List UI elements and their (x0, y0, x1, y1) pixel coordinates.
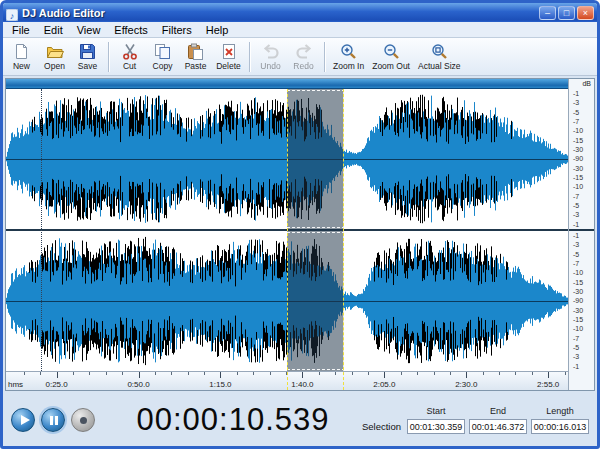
menu-item-effects[interactable]: Effects (107, 24, 154, 36)
selection-length-value[interactable]: 00:00:16.013 (531, 419, 589, 434)
toolbar-button-label: Undo (260, 61, 280, 71)
transport-controls (11, 408, 117, 432)
menu-item-file[interactable]: File (5, 24, 37, 36)
timeline-tick (434, 372, 435, 375)
db-ruler: dB -1-3-5-7-10-15-30-90-30-15-10-7-5-3-1… (568, 79, 594, 390)
toolbar-button-label: Actual Size (418, 61, 461, 71)
toolbar: NewOpenSaveCutCopyPasteDeleteUndoRedoZoo… (3, 38, 597, 76)
db-tick-label: -90 (573, 297, 592, 304)
redo-button: Redo (287, 39, 320, 74)
db-tick-label: -15 (573, 174, 592, 181)
undo-icon (262, 42, 280, 60)
cut-button[interactable]: Cut (113, 39, 146, 74)
paste-button[interactable]: Paste (179, 39, 212, 74)
timeline-label: 0:50.0 (127, 380, 149, 389)
timeline-tick (401, 372, 402, 375)
timeline-tick (220, 372, 221, 378)
time-display: 00:00:10.539 (117, 402, 349, 438)
db-tick-label: -7 (573, 260, 592, 267)
selection-start-value[interactable]: 00:01:30.359 (407, 419, 465, 434)
db-tick-label: -30 (573, 288, 592, 295)
pause-icon (50, 416, 53, 425)
timeline-tick (450, 372, 451, 375)
selection-start-handle[interactable] (287, 89, 288, 390)
timeline-tick (89, 372, 90, 375)
open-button[interactable]: Open (38, 39, 71, 74)
window-title: DJ Audio Editor (22, 7, 537, 19)
waveform-editor: hms0:25.00:50.01:15.01:40.02:05.02:30.02… (5, 78, 595, 391)
delete-button[interactable]: Delete (212, 39, 245, 74)
toolbar-button-label: Cut (123, 61, 136, 71)
copy-icon (154, 42, 171, 60)
db-tick-label: -15 (573, 279, 592, 286)
maximize-button[interactable]: □ (558, 6, 575, 20)
minimize-button[interactable]: – (539, 6, 556, 20)
timeline-tick (302, 372, 303, 378)
selection-end-value[interactable]: 00:01:46.372 (469, 419, 527, 434)
zoom-out-icon (383, 42, 400, 60)
new-button[interactable]: New (5, 39, 38, 74)
timeline-tick (122, 372, 123, 375)
menu-item-filters[interactable]: Filters (155, 24, 199, 36)
db-tick-label: -3 (573, 241, 592, 248)
timeline-tick (253, 372, 254, 375)
zoom-in-button[interactable]: Zoom In (329, 39, 368, 74)
menu-item-help[interactable]: Help (199, 24, 236, 36)
db-tick-label: -10 (573, 127, 592, 134)
timeline-tick (335, 372, 336, 375)
toolbar-button-label: New (13, 61, 30, 71)
db-tick-label: -3 (573, 99, 592, 106)
timeline-tick (319, 372, 320, 375)
db-scale-left: -1-3-5-7-10-15-30-90-30-15-10-7-5-3-1 (569, 89, 594, 229)
selection-end-handle[interactable] (343, 89, 344, 390)
record-icon (80, 417, 87, 424)
menu-item-edit[interactable]: Edit (37, 24, 70, 36)
timeline-tick (171, 372, 172, 375)
app-window: ♪ DJ Audio Editor – □ × FileEditViewEffe… (0, 0, 600, 449)
actual-size-button[interactable]: Actual Size (414, 39, 465, 74)
pause-button[interactable] (41, 408, 65, 432)
copy-button[interactable]: Copy (146, 39, 179, 74)
toolbar-separator (108, 42, 109, 72)
timeline-tick (40, 372, 41, 375)
timeline-tick (483, 372, 484, 375)
db-tick-label: -30 (573, 165, 592, 172)
db-tick-label: -15 (573, 316, 592, 323)
timeline-tick (24, 372, 25, 375)
toolbar-button-label: Zoom Out (372, 61, 410, 71)
playback-cursor (41, 89, 42, 371)
save-icon (79, 42, 96, 60)
timeline-tick (532, 372, 533, 375)
selection-panel: StartEndLengthSelection00:01:30.35900:01… (353, 405, 589, 435)
db-tick-label: -10 (573, 183, 592, 190)
waveform-area: hms0:25.00:50.01:15.01:40.02:05.02:30.02… (6, 79, 568, 390)
zoom-out-button[interactable]: Zoom Out (368, 39, 414, 74)
play-button[interactable] (11, 408, 35, 432)
db-tick-label: -10 (573, 325, 592, 332)
timeline-tick (73, 372, 74, 375)
timeline-tick (237, 372, 238, 375)
close-button[interactable]: × (577, 6, 594, 20)
timeline-tick (515, 372, 516, 375)
overview-bar[interactable] (6, 79, 568, 89)
timeline-label: 2:30.0 (455, 380, 477, 389)
timeline-tick (499, 372, 500, 375)
save-button[interactable]: Save (71, 39, 104, 74)
actual-size-icon (431, 42, 448, 60)
menu-item-view[interactable]: View (70, 24, 108, 36)
timeline-tick (384, 372, 385, 378)
db-tick-label: -90 (573, 155, 592, 162)
timeline-unit-label: hms (8, 380, 23, 389)
paste-icon (187, 42, 204, 60)
toolbar-button-label: Copy (153, 61, 173, 71)
db-tick-label: -1 (573, 363, 592, 370)
menu-bar: FileEditViewEffectsFiltersHelp (3, 22, 597, 38)
toolbar-button-label: Redo (293, 61, 313, 71)
timeline-tick (270, 372, 271, 375)
timeline-tick (204, 372, 205, 375)
timeline-tick (466, 372, 467, 378)
timeline-tick (352, 372, 353, 375)
db-ruler-title: dB (569, 79, 594, 89)
selection-caption: Selection (353, 421, 403, 432)
toolbar-separator (324, 42, 325, 72)
